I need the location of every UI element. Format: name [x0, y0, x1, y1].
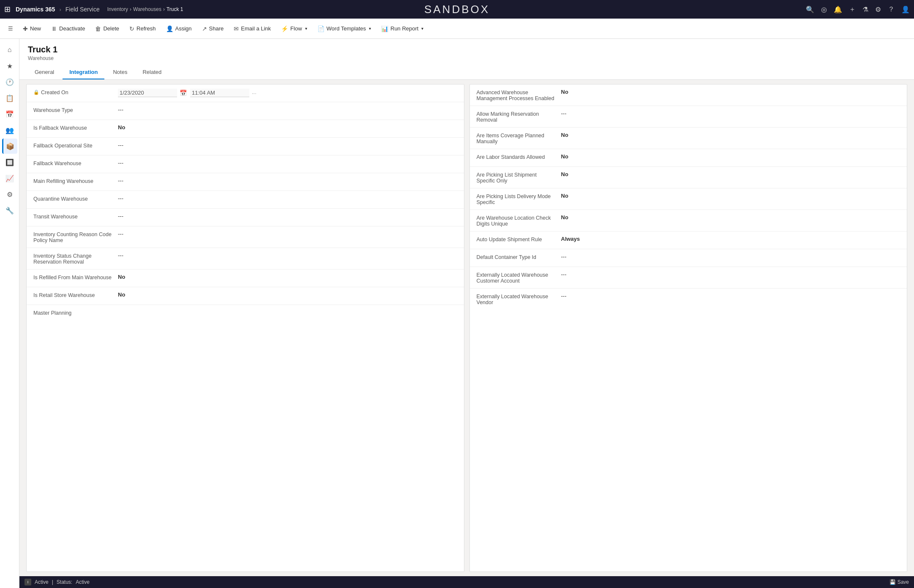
help-icon[interactable]: ？	[888, 5, 895, 14]
value-labor-standards: No	[561, 153, 900, 160]
run-report-button[interactable]: 📊 Run Report	[377, 23, 428, 35]
sidebar-item-reports[interactable]: 📈	[2, 171, 17, 186]
assign-button[interactable]: 👤 Assign	[162, 23, 196, 35]
label-inventory-status: Inventory Status Change Reservation Remo…	[33, 252, 118, 265]
target-icon[interactable]: ◎	[821, 5, 827, 14]
refresh-icon: ↻	[129, 25, 134, 32]
date-input[interactable]	[118, 89, 177, 97]
user-icon[interactable]: 👤	[901, 5, 910, 14]
sidebar-item-notes[interactable]: 📋	[2, 90, 17, 106]
form-row-ext-customer: Externally Located Warehouse Customer Ac…	[470, 267, 907, 289]
flow-icon: ⚡	[281, 25, 288, 32]
left-form-section: 🔒 Created On 📅 ···	[26, 84, 464, 572]
sidebar-item-calendar[interactable]: 📅	[2, 106, 17, 122]
plus-icon[interactable]: ＋	[849, 5, 856, 14]
content-area: Truck 1 Warehouse General Integration No…	[19, 39, 914, 588]
side-navigation: ⌂ ★ 🕐 📋 📅 👥 📦 🔲 📈 ⚙ 🔧	[0, 39, 19, 588]
module-name[interactable]: Field Service	[65, 6, 100, 13]
collapse-button[interactable]: ☰	[4, 22, 17, 35]
status-indicator: I	[25, 579, 31, 585]
form-row-items-coverage: Are Items Coverage Planned Manually No	[470, 128, 907, 149]
form-row-auto-update-shipment: Auto Update Shipment Rule Always	[470, 231, 907, 249]
tab-general[interactable]: General	[28, 65, 61, 79]
label-default-container: Default Container Type Id	[477, 253, 561, 260]
save-button[interactable]: 💾 Save	[889, 579, 909, 585]
bell-icon[interactable]: 🔔	[834, 5, 842, 14]
sidebar-item-recent[interactable]: 🕐	[2, 74, 17, 90]
label-advanced-warehouse: Advanced Warehouse Management Processes …	[477, 89, 561, 101]
record-subtitle: Warehouse	[28, 55, 906, 61]
time-input-group: ···	[190, 89, 256, 97]
label-is-refilled: Is Refilled From Main Warehouse	[33, 274, 118, 280]
form-row-inventory-status: Inventory Status Change Reservation Remo…	[27, 248, 464, 270]
tab-related[interactable]: Related	[136, 65, 168, 79]
time-input[interactable]	[190, 89, 249, 97]
form-row-advanced-warehouse: Advanced Warehouse Management Processes …	[470, 84, 907, 106]
new-button[interactable]: ✚ New	[19, 23, 45, 35]
label-created-on: 🔒 Created On	[33, 89, 118, 95]
breadcrumb-warehouses[interactable]: Warehouses	[133, 6, 161, 12]
label-main-refilling: Main Refilling Warehouse	[33, 177, 118, 184]
label-fallback-operational-site: Fallback Operational Site	[33, 142, 118, 149]
refresh-button[interactable]: ↻ Refresh	[125, 23, 160, 35]
sidebar-item-products[interactable]: 🔲	[2, 155, 17, 170]
value-is-refilled: No	[118, 274, 457, 280]
sidebar-item-favorites[interactable]: ★	[2, 58, 17, 74]
word-templates-button[interactable]: 📄 Word Templates	[313, 23, 375, 35]
value-auto-update-shipment: Always	[561, 236, 900, 242]
right-form-section: Advanced Warehouse Management Processes …	[469, 84, 908, 572]
app-name[interactable]: Dynamics 365	[16, 6, 55, 13]
label-picking-lists-delivery: Are Picking Lists Delivery Mode Specific	[477, 193, 561, 205]
form-row-transit-warehouse: Transit Warehouse ---	[27, 209, 464, 226]
value-picking-lists-delivery: No	[561, 193, 900, 199]
label-quarantine-warehouse: Quarantine Warehouse	[33, 195, 118, 202]
form-row-master-planning: Master Planning	[27, 305, 464, 323]
gear-icon[interactable]: ⚙	[875, 5, 881, 14]
share-button[interactable]: ↗ Share	[198, 23, 228, 35]
form-row-allow-marking: Allow Marking Reservation Removal ---	[470, 106, 907, 128]
label-ext-customer: Externally Located Warehouse Customer Ac…	[477, 271, 561, 284]
form-row-default-container: Default Container Type Id ---	[470, 249, 907, 267]
date-input-group: 📅	[118, 89, 187, 97]
waffle-menu[interactable]: ⊞	[4, 5, 11, 14]
search-icon[interactable]: 🔍	[806, 5, 814, 14]
deactivate-button[interactable]: ⏸ Deactivate	[47, 23, 89, 35]
value-ext-vendor: ---	[561, 293, 900, 299]
deactivate-icon: ⏸	[51, 25, 57, 32]
top-nav-left: ⊞ Dynamics 365 › Field Service Inventory…	[4, 5, 183, 14]
new-icon: ✚	[23, 25, 28, 32]
sidebar-item-contacts[interactable]: 👥	[2, 122, 17, 138]
form-row-labor-standards: Are Labor Standards Allowed No	[470, 149, 907, 167]
form-row-fallback-warehouse: Fallback Warehouse ---	[27, 155, 464, 173]
form-row-main-refilling: Main Refilling Warehouse ---	[27, 173, 464, 191]
form-row-picking-lists-delivery: Are Picking Lists Delivery Mode Specific…	[470, 188, 907, 210]
label-labor-standards: Are Labor Standards Allowed	[477, 153, 561, 160]
tab-notes[interactable]: Notes	[106, 65, 134, 79]
breadcrumb-inventory[interactable]: Inventory	[107, 6, 128, 12]
label-picking-list-shipment: Are Picking List Shipment Specific Only	[477, 171, 561, 184]
flow-button[interactable]: ⚡ Flow	[277, 23, 311, 35]
sidebar-item-home[interactable]: ⌂	[2, 42, 17, 57]
label-transit-warehouse: Transit Warehouse	[33, 213, 118, 220]
value-created-on: 📅 ···	[118, 89, 457, 97]
form-row-is-retail: Is Retail Store Warehouse No	[27, 287, 464, 305]
email-link-button[interactable]: ✉ Email a Link	[229, 23, 275, 35]
time-ellipsis: ···	[252, 90, 256, 96]
email-icon: ✉	[234, 25, 239, 32]
filter-icon[interactable]: ⚗	[862, 5, 868, 14]
sidebar-item-tools[interactable]: 🔧	[2, 203, 17, 218]
tab-integration[interactable]: Integration	[63, 65, 104, 79]
label-ext-vendor: Externally Located Warehouse Vendor	[477, 293, 561, 305]
form-body: 🔒 Created On 📅 ···	[19, 80, 914, 576]
form-row-is-refilled: Is Refilled From Main Warehouse No	[27, 270, 464, 287]
sidebar-item-inventory[interactable]: 📦	[2, 139, 17, 154]
breadcrumb-current: Truck 1	[166, 6, 183, 12]
label-inventory-counting: Inventory Counting Reason Code Policy Na…	[33, 231, 118, 243]
value-is-retail: No	[118, 291, 457, 298]
sidebar-item-settings[interactable]: ⚙	[2, 187, 17, 202]
delete-button[interactable]: 🗑 Delete	[91, 23, 123, 35]
sandbox-label: SANDBOX	[424, 3, 490, 16]
value-fallback-operational-site: ---	[118, 142, 457, 148]
calendar-icon[interactable]: 📅	[180, 90, 187, 96]
label-warehouse-location: Are Warehouse Location Check Digits Uniq…	[477, 214, 561, 227]
